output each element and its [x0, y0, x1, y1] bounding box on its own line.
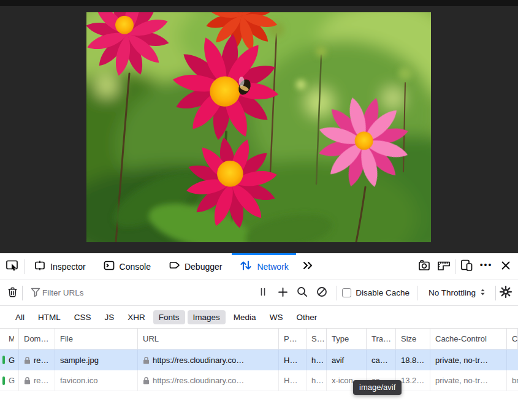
throttling-select[interactable]: No Throttling [420, 288, 495, 299]
scheme-cell: h… [307, 349, 327, 370]
url-cell: https://res.cloudinary.co… [138, 370, 279, 391]
column-header-file[interactable]: File [55, 329, 138, 349]
column-header-type[interactable]: Type [327, 329, 367, 349]
trash-icon [6, 286, 19, 300]
console-icon [103, 259, 115, 273]
filter-media[interactable]: Media [228, 310, 262, 324]
lock-icon [143, 376, 150, 384]
filter-all[interactable]: All [10, 310, 30, 324]
file-cell: favicon.ico [55, 370, 138, 391]
more-tabs-button[interactable] [297, 253, 318, 280]
filter-css[interactable]: CSS [69, 310, 97, 324]
close-devtools-button[interactable] [497, 253, 514, 280]
tab-network[interactable]: Network [230, 253, 297, 280]
new-request-button[interactable] [273, 280, 292, 306]
size-cell: 18.8… [396, 349, 430, 370]
mime-type-tooltip: image/avif [353, 380, 402, 395]
responsive-design-icon [459, 258, 474, 275]
lock-icon [143, 356, 150, 364]
filter-js[interactable]: JS [99, 310, 120, 324]
scheme-cell: h… [307, 370, 327, 391]
double-chevron-icon [302, 259, 314, 273]
separator [22, 286, 23, 300]
column-header-domain[interactable]: Dom… [19, 329, 55, 349]
camera-icon [417, 259, 431, 274]
tab-label: Debugger [185, 262, 223, 272]
close-icon [500, 259, 512, 273]
table-header-row: M Dom… File URL P… S… Type Tra… Size Cac… [0, 329, 518, 349]
tab-label: Inspector [50, 262, 86, 272]
filter-xhr[interactable]: XHR [122, 310, 151, 324]
tab-label: Console [120, 262, 151, 272]
search-requests-button[interactable] [292, 280, 312, 306]
search-icon [296, 286, 308, 300]
devtools-panel: Inspector Console Debugger [0, 253, 518, 420]
block-requests-button[interactable] [312, 280, 332, 306]
column-header-status[interactable] [0, 329, 7, 349]
status-indicator [2, 356, 5, 364]
debugger-icon [168, 259, 180, 273]
filter-urls-input[interactable]: Filter URLs [42, 288, 84, 297]
network-toolbar: Filter URLs [0, 280, 518, 306]
type-cell: avif [327, 349, 367, 370]
column-header-scheme[interactable]: S… [307, 329, 327, 349]
table-row[interactable]: G re… sample.jpg https://res.cloudinary.… [0, 349, 518, 370]
tab-inspector[interactable]: Inspector [25, 253, 94, 280]
column-header-c[interactable]: C [507, 329, 518, 349]
table-row[interactable]: G re… favicon.ico https://res.cloudinary… [0, 370, 518, 391]
measure-tool-button[interactable] [435, 253, 452, 280]
column-header-cache-control[interactable]: Cache-Control [430, 329, 507, 349]
status-indicator [2, 376, 5, 385]
c-cell: br [507, 370, 518, 391]
devtools-tabbar: Inspector Console Debugger [0, 253, 518, 280]
tab-debugger[interactable]: Debugger [159, 253, 231, 280]
clear-requests-button[interactable] [2, 280, 22, 306]
domain-cell: re… [19, 349, 55, 370]
file-cell: sample.jpg [55, 349, 138, 370]
c-cell [507, 349, 518, 370]
protocol-cell: H… [279, 370, 307, 391]
gear-icon [499, 285, 512, 300]
network-settings-button[interactable] [496, 280, 516, 306]
webpage-viewport [0, 0, 518, 253]
pause-traffic-button[interactable] [253, 280, 273, 306]
devtools-meta-controls: ••• [416, 253, 518, 280]
filter-html[interactable]: HTML [32, 310, 66, 324]
throttling-value: No Throttling [428, 288, 476, 297]
funnel-icon [30, 286, 41, 300]
pick-element-icon [5, 258, 20, 275]
plus-icon [277, 286, 289, 300]
method-cell: G [7, 370, 19, 391]
filter-ws[interactable]: WS [264, 310, 289, 324]
request-type-filters: All HTML CSS JS XHR Fonts Images Media W… [0, 306, 518, 329]
column-header-protocol[interactable]: P… [279, 329, 307, 349]
filter-fonts[interactable]: Fonts [153, 310, 185, 324]
devtools-menu-button[interactable]: ••• [478, 253, 495, 280]
screen: Inspector Console Debugger [0, 0, 518, 420]
separator [417, 286, 417, 300]
tab-label: Network [257, 262, 288, 272]
filter-images[interactable]: Images [188, 310, 226, 324]
status-cell [0, 370, 7, 391]
responsive-design-button[interactable] [458, 253, 475, 280]
method-cell: G [7, 349, 19, 370]
meatballs-icon: ••• [480, 260, 493, 270]
column-header-url[interactable]: URL [138, 329, 279, 349]
filter-other[interactable]: Other [291, 310, 322, 324]
request-table: M Dom… File URL P… S… Type Tra… Size Cac… [0, 329, 518, 391]
pick-element-button[interactable] [0, 253, 25, 280]
column-header-method[interactable]: M [7, 329, 19, 349]
tab-console[interactable]: Console [94, 253, 159, 280]
separator [337, 286, 337, 300]
inspector-icon [34, 259, 46, 273]
domain-cell: re… [19, 370, 55, 391]
column-header-transferred[interactable]: Tra… [367, 329, 396, 349]
screenshot-button[interactable] [416, 253, 433, 280]
column-header-size[interactable]: Size [396, 329, 430, 349]
disable-cache-label[interactable]: Disable Cache [356, 288, 409, 297]
disable-cache-checkbox[interactable] [342, 288, 351, 297]
transferred-cell: ca… [367, 349, 396, 370]
network-arrows-icon [239, 259, 253, 273]
cache-control-cell: private, no-tr… [430, 370, 507, 391]
block-icon [316, 286, 328, 300]
